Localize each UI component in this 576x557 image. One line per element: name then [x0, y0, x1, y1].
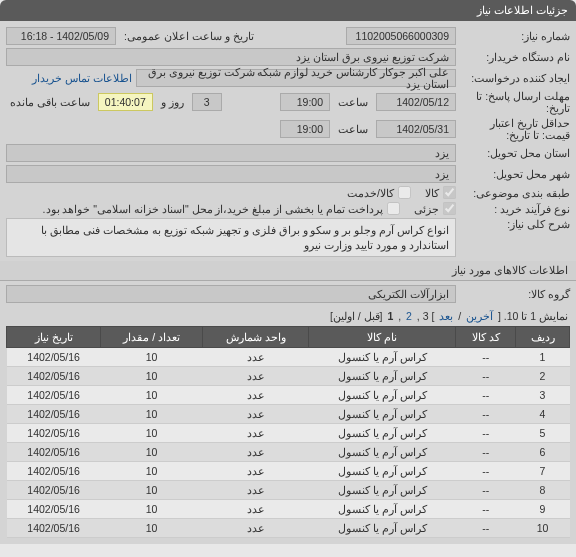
table-row[interactable]: 9--کراس آرم یا کنسولعدد101402/05/16: [7, 500, 570, 519]
city-label: شهر محل تحویل:: [460, 168, 570, 180]
page-title: جزئیات اطلاعات نیاز: [477, 4, 568, 16]
cell-name: کراس آرم یا کنسول: [309, 462, 456, 481]
cell-n: 4: [516, 405, 570, 424]
table-row[interactable]: 7--کراس آرم یا کنسولعدد101402/05/16: [7, 462, 570, 481]
th-code: کد کالا: [456, 327, 516, 348]
pager-sep1: /: [455, 310, 461, 322]
days-left: 3: [192, 93, 222, 111]
main-panel: شماره نیاز: 1102005066000309 تاریخ و ساع…: [0, 21, 576, 544]
buy-type-partial-check: [443, 202, 456, 215]
cell-date: 1402/05/16: [7, 519, 101, 538]
cell-date: 1402/05/16: [7, 386, 101, 405]
cell-date: 1402/05/16: [7, 481, 101, 500]
time-left-label: ساعت باقی مانده: [6, 96, 94, 108]
cell-qty: 10: [101, 386, 203, 405]
pager: نمایش 1 تا 10. [ آخرین / بعد ] 3 , 2 , 1…: [6, 306, 570, 326]
cell-code: --: [456, 519, 516, 538]
cell-date: 1402/05/16: [7, 443, 101, 462]
cell-name: کراس آرم یا کنسول: [309, 405, 456, 424]
cell-name: کراس آرم یا کنسول: [309, 481, 456, 500]
cell-n: 10: [516, 519, 570, 538]
class-service-check: [398, 186, 411, 199]
cell-qty: 10: [101, 348, 203, 367]
cell-date: 1402/05/16: [7, 367, 101, 386]
cell-name: کراس آرم یا کنسول: [309, 500, 456, 519]
validity-label: حداقل تاریخ اعتبار قیمت: تا تاریخ:: [460, 117, 570, 141]
city-value: یزد: [6, 165, 456, 183]
pager-mid: ] 3 ,: [417, 310, 435, 322]
th-row: ردیف: [516, 327, 570, 348]
th-qty: تعداد / مقدار: [101, 327, 203, 348]
cell-unit: عدد: [202, 386, 308, 405]
table-row[interactable]: 5--کراس آرم یا کنسولعدد101402/05/16: [7, 424, 570, 443]
buy-type-label: نوع فرآیند خرید :: [460, 203, 570, 215]
pager-next[interactable]: بعد: [437, 310, 455, 322]
pager-last[interactable]: آخرین: [464, 310, 495, 322]
cell-name: کراس آرم یا کنسول: [309, 367, 456, 386]
cell-qty: 10: [101, 481, 203, 500]
need-no-value: 1102005066000309: [346, 27, 456, 45]
goods-group-value: ابزارآلات الکتریکی: [6, 285, 456, 303]
cell-qty: 10: [101, 500, 203, 519]
cell-code: --: [456, 386, 516, 405]
time-label-1: ساعت: [334, 96, 372, 108]
cell-code: --: [456, 424, 516, 443]
cell-code: --: [456, 462, 516, 481]
cell-name: کراس آرم یا کنسول: [309, 424, 456, 443]
cell-n: 8: [516, 481, 570, 500]
cell-unit: عدد: [202, 348, 308, 367]
cell-qty: 10: [101, 367, 203, 386]
validity-date: 1402/05/31: [376, 120, 456, 138]
cell-n: 5: [516, 424, 570, 443]
items-table: ردیف کد کالا نام کالا واحد شمارش تعداد /…: [6, 326, 570, 538]
creator-value: علی اکبر جوکار کارشناس خرید لوازم شبکه ش…: [136, 69, 456, 87]
table-row[interactable]: 6--کراس آرم یا کنسولعدد101402/05/16: [7, 443, 570, 462]
buy-type-partial-label: جزئى: [414, 203, 439, 215]
cell-name: کراس آرم یا کنسول: [309, 386, 456, 405]
cell-qty: 10: [101, 519, 203, 538]
province-value: یزد: [6, 144, 456, 162]
table-row[interactable]: 10--کراس آرم یا کنسولعدد101402/05/16: [7, 519, 570, 538]
cell-unit: عدد: [202, 481, 308, 500]
pager-suffix: [قبل / اولین]: [330, 310, 383, 322]
time-left: 01:40:07: [98, 93, 153, 111]
table-row[interactable]: 3--کراس آرم یا کنسولعدد101402/05/16: [7, 386, 570, 405]
th-name: نام کالا: [309, 327, 456, 348]
cell-unit: عدد: [202, 462, 308, 481]
class-service-label: کالا/خدمت: [347, 187, 394, 199]
pager-page-2[interactable]: 2: [404, 310, 414, 322]
cell-unit: عدد: [202, 367, 308, 386]
items-section-header[interactable]: اطلاعات کالاهای مورد نیاز: [0, 261, 576, 281]
cell-date: 1402/05/16: [7, 405, 101, 424]
buy-class-label: طبقه بندی موضوعی:: [460, 187, 570, 199]
cell-unit: عدد: [202, 443, 308, 462]
cell-unit: عدد: [202, 424, 308, 443]
need-no-label: شماره نیاز:: [460, 30, 570, 42]
cell-code: --: [456, 405, 516, 424]
deadline-date: 1402/05/12: [376, 93, 456, 111]
goods-group-label: گروه کالا:: [460, 288, 570, 300]
cell-date: 1402/05/16: [7, 500, 101, 519]
cell-code: --: [456, 348, 516, 367]
buyer-org-value: شرکت توزیع نیروی برق استان یزد: [6, 48, 456, 66]
cell-unit: عدد: [202, 519, 308, 538]
cell-n: 9: [516, 500, 570, 519]
cell-code: --: [456, 367, 516, 386]
buyer-contact-link[interactable]: اطلاعات تماس خریدار: [32, 72, 132, 84]
cell-name: کراس آرم یا کنسول: [309, 348, 456, 367]
cell-n: 3: [516, 386, 570, 405]
table-row[interactable]: 8--کراس آرم یا کنسولعدد101402/05/16: [7, 481, 570, 500]
cell-date: 1402/05/16: [7, 348, 101, 367]
cell-qty: 10: [101, 405, 203, 424]
cell-n: 6: [516, 443, 570, 462]
cell-qty: 10: [101, 443, 203, 462]
table-row[interactable]: 4--کراس آرم یا کنسولعدد101402/05/16: [7, 405, 570, 424]
validity-time: 19:00: [280, 120, 330, 138]
cell-unit: عدد: [202, 405, 308, 424]
table-header-row: ردیف کد کالا نام کالا واحد شمارش تعداد /…: [7, 327, 570, 348]
table-row[interactable]: 1--کراس آرم یا کنسولعدد101402/05/16: [7, 348, 570, 367]
province-label: استان محل تحویل:: [460, 147, 570, 159]
cell-qty: 10: [101, 462, 203, 481]
table-row[interactable]: 2--کراس آرم یا کنسولعدد101402/05/16: [7, 367, 570, 386]
need-desc-label: شرح کلی نیاز:: [460, 218, 570, 230]
